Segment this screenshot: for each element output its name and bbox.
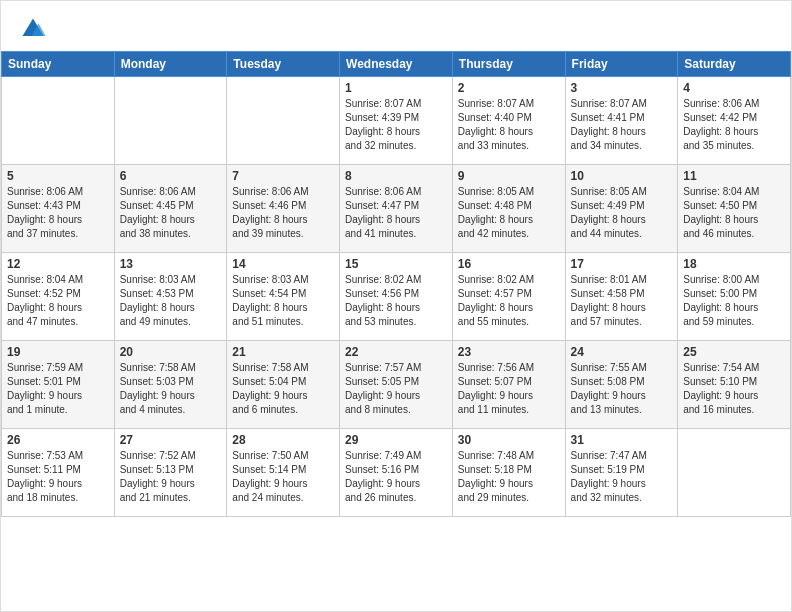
day-number: 2 (458, 81, 560, 95)
day-info: Sunrise: 7:54 AM Sunset: 5:10 PM Dayligh… (683, 361, 785, 417)
calendar-cell: 19Sunrise: 7:59 AM Sunset: 5:01 PM Dayli… (2, 341, 115, 429)
day-number: 18 (683, 257, 785, 271)
calendar-cell: 15Sunrise: 8:02 AM Sunset: 4:56 PM Dayli… (340, 253, 453, 341)
day-number: 29 (345, 433, 447, 447)
calendar-cell: 4Sunrise: 8:06 AM Sunset: 4:42 PM Daylig… (678, 77, 791, 165)
day-info: Sunrise: 7:53 AM Sunset: 5:11 PM Dayligh… (7, 449, 109, 505)
day-info: Sunrise: 7:52 AM Sunset: 5:13 PM Dayligh… (120, 449, 222, 505)
day-info: Sunrise: 8:07 AM Sunset: 4:40 PM Dayligh… (458, 97, 560, 153)
calendar-cell: 31Sunrise: 7:47 AM Sunset: 5:19 PM Dayli… (565, 429, 678, 517)
calendar-cell (114, 77, 227, 165)
day-number: 28 (232, 433, 334, 447)
day-number: 11 (683, 169, 785, 183)
calendar-cell: 13Sunrise: 8:03 AM Sunset: 4:53 PM Dayli… (114, 253, 227, 341)
day-info: Sunrise: 7:47 AM Sunset: 5:19 PM Dayligh… (571, 449, 673, 505)
calendar-cell: 10Sunrise: 8:05 AM Sunset: 4:49 PM Dayli… (565, 165, 678, 253)
day-info: Sunrise: 8:02 AM Sunset: 4:57 PM Dayligh… (458, 273, 560, 329)
calendar-cell: 9Sunrise: 8:05 AM Sunset: 4:48 PM Daylig… (452, 165, 565, 253)
day-number: 23 (458, 345, 560, 359)
calendar-body: 1Sunrise: 8:07 AM Sunset: 4:39 PM Daylig… (2, 77, 791, 517)
calendar-cell: 28Sunrise: 7:50 AM Sunset: 5:14 PM Dayli… (227, 429, 340, 517)
calendar-cell: 24Sunrise: 7:55 AM Sunset: 5:08 PM Dayli… (565, 341, 678, 429)
day-number: 15 (345, 257, 447, 271)
day-number: 7 (232, 169, 334, 183)
day-info: Sunrise: 8:01 AM Sunset: 4:58 PM Dayligh… (571, 273, 673, 329)
day-info: Sunrise: 8:03 AM Sunset: 4:54 PM Dayligh… (232, 273, 334, 329)
weekday-header: Thursday (452, 52, 565, 77)
calendar-cell: 12Sunrise: 8:04 AM Sunset: 4:52 PM Dayli… (2, 253, 115, 341)
day-info: Sunrise: 8:04 AM Sunset: 4:52 PM Dayligh… (7, 273, 109, 329)
day-info: Sunrise: 7:58 AM Sunset: 5:03 PM Dayligh… (120, 361, 222, 417)
day-info: Sunrise: 7:48 AM Sunset: 5:18 PM Dayligh… (458, 449, 560, 505)
day-info: Sunrise: 7:56 AM Sunset: 5:07 PM Dayligh… (458, 361, 560, 417)
day-info: Sunrise: 8:07 AM Sunset: 4:39 PM Dayligh… (345, 97, 447, 153)
day-info: Sunrise: 8:03 AM Sunset: 4:53 PM Dayligh… (120, 273, 222, 329)
day-number: 21 (232, 345, 334, 359)
calendar-cell: 7Sunrise: 8:06 AM Sunset: 4:46 PM Daylig… (227, 165, 340, 253)
calendar-cell (227, 77, 340, 165)
day-number: 26 (7, 433, 109, 447)
calendar-cell: 18Sunrise: 8:00 AM Sunset: 5:00 PM Dayli… (678, 253, 791, 341)
calendar-cell: 30Sunrise: 7:48 AM Sunset: 5:18 PM Dayli… (452, 429, 565, 517)
day-number: 25 (683, 345, 785, 359)
day-info: Sunrise: 8:05 AM Sunset: 4:49 PM Dayligh… (571, 185, 673, 241)
logo-icon (19, 15, 47, 43)
weekday-header: Monday (114, 52, 227, 77)
calendar-header: SundayMondayTuesdayWednesdayThursdayFrid… (2, 52, 791, 77)
day-number: 4 (683, 81, 785, 95)
day-info: Sunrise: 8:00 AM Sunset: 5:00 PM Dayligh… (683, 273, 785, 329)
day-number: 8 (345, 169, 447, 183)
calendar-cell: 17Sunrise: 8:01 AM Sunset: 4:58 PM Dayli… (565, 253, 678, 341)
calendar-cell: 20Sunrise: 7:58 AM Sunset: 5:03 PM Dayli… (114, 341, 227, 429)
day-info: Sunrise: 8:06 AM Sunset: 4:43 PM Dayligh… (7, 185, 109, 241)
day-info: Sunrise: 7:50 AM Sunset: 5:14 PM Dayligh… (232, 449, 334, 505)
calendar-cell (678, 429, 791, 517)
calendar-cell: 14Sunrise: 8:03 AM Sunset: 4:54 PM Dayli… (227, 253, 340, 341)
day-number: 3 (571, 81, 673, 95)
day-info: Sunrise: 7:55 AM Sunset: 5:08 PM Dayligh… (571, 361, 673, 417)
calendar-cell: 5Sunrise: 8:06 AM Sunset: 4:43 PM Daylig… (2, 165, 115, 253)
calendar-cell: 8Sunrise: 8:06 AM Sunset: 4:47 PM Daylig… (340, 165, 453, 253)
calendar-week-row: 12Sunrise: 8:04 AM Sunset: 4:52 PM Dayli… (2, 253, 791, 341)
day-info: Sunrise: 7:58 AM Sunset: 5:04 PM Dayligh… (232, 361, 334, 417)
day-number: 12 (7, 257, 109, 271)
weekday-header: Friday (565, 52, 678, 77)
day-number: 10 (571, 169, 673, 183)
calendar-table: SundayMondayTuesdayWednesdayThursdayFrid… (1, 51, 791, 517)
day-number: 9 (458, 169, 560, 183)
weekday-header: Tuesday (227, 52, 340, 77)
calendar-cell: 6Sunrise: 8:06 AM Sunset: 4:45 PM Daylig… (114, 165, 227, 253)
calendar-week-row: 19Sunrise: 7:59 AM Sunset: 5:01 PM Dayli… (2, 341, 791, 429)
day-info: Sunrise: 8:06 AM Sunset: 4:47 PM Dayligh… (345, 185, 447, 241)
day-number: 6 (120, 169, 222, 183)
calendar-cell: 27Sunrise: 7:52 AM Sunset: 5:13 PM Dayli… (114, 429, 227, 517)
day-number: 30 (458, 433, 560, 447)
calendar-cell: 11Sunrise: 8:04 AM Sunset: 4:50 PM Dayli… (678, 165, 791, 253)
day-info: Sunrise: 8:07 AM Sunset: 4:41 PM Dayligh… (571, 97, 673, 153)
calendar-cell: 23Sunrise: 7:56 AM Sunset: 5:07 PM Dayli… (452, 341, 565, 429)
calendar-page: SundayMondayTuesdayWednesdayThursdayFrid… (0, 0, 792, 612)
calendar-cell: 1Sunrise: 8:07 AM Sunset: 4:39 PM Daylig… (340, 77, 453, 165)
day-number: 31 (571, 433, 673, 447)
day-info: Sunrise: 8:06 AM Sunset: 4:45 PM Dayligh… (120, 185, 222, 241)
weekday-header: Sunday (2, 52, 115, 77)
calendar-week-row: 1Sunrise: 8:07 AM Sunset: 4:39 PM Daylig… (2, 77, 791, 165)
day-number: 24 (571, 345, 673, 359)
calendar-cell: 26Sunrise: 7:53 AM Sunset: 5:11 PM Dayli… (2, 429, 115, 517)
weekday-header: Wednesday (340, 52, 453, 77)
header (1, 1, 791, 51)
calendar-cell: 21Sunrise: 7:58 AM Sunset: 5:04 PM Dayli… (227, 341, 340, 429)
calendar-cell: 2Sunrise: 8:07 AM Sunset: 4:40 PM Daylig… (452, 77, 565, 165)
day-number: 1 (345, 81, 447, 95)
calendar-cell: 29Sunrise: 7:49 AM Sunset: 5:16 PM Dayli… (340, 429, 453, 517)
day-number: 27 (120, 433, 222, 447)
calendar-cell: 3Sunrise: 8:07 AM Sunset: 4:41 PM Daylig… (565, 77, 678, 165)
day-number: 22 (345, 345, 447, 359)
day-number: 5 (7, 169, 109, 183)
weekday-header: Saturday (678, 52, 791, 77)
weekday-header-row: SundayMondayTuesdayWednesdayThursdayFrid… (2, 52, 791, 77)
day-info: Sunrise: 8:06 AM Sunset: 4:42 PM Dayligh… (683, 97, 785, 153)
day-info: Sunrise: 7:49 AM Sunset: 5:16 PM Dayligh… (345, 449, 447, 505)
logo (19, 15, 51, 43)
day-number: 19 (7, 345, 109, 359)
